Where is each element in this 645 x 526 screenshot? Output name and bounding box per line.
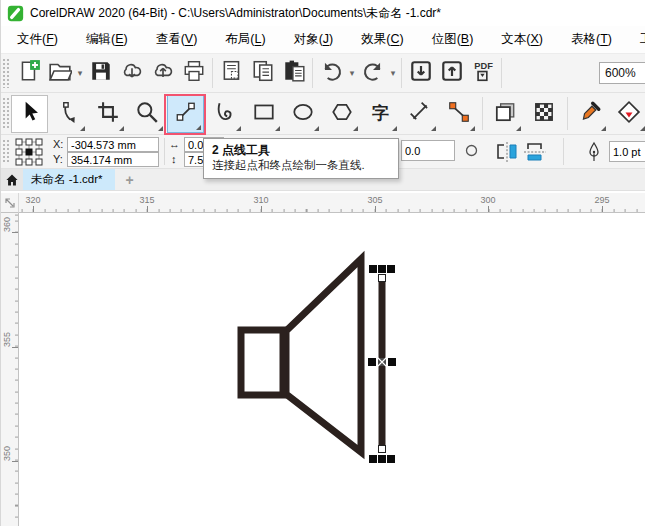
handle-bottom-left[interactable] xyxy=(369,455,377,463)
object-center-marker[interactable] xyxy=(378,358,386,366)
object-origin-selector[interactable] xyxy=(15,138,43,166)
menu-o[interactable]: 工具(O) xyxy=(626,26,645,53)
publish-to-pdf-button[interactable]: PDF xyxy=(467,58,498,89)
copy-icon xyxy=(251,59,275,87)
interactive-fill-tool[interactable] xyxy=(610,95,645,133)
coreldraw-logo-icon xyxy=(7,5,24,22)
zoom-tool[interactable] xyxy=(128,95,165,133)
crop-tool-icon xyxy=(96,100,120,128)
menu-v[interactable]: 查看(V) xyxy=(142,26,212,53)
menu-j[interactable]: 对象(J) xyxy=(280,26,348,53)
interactive-fill-tool-icon xyxy=(617,100,641,128)
connector-tool[interactable] xyxy=(440,95,477,133)
standard-toolbar: ▾▾▾PDF 600% xyxy=(1,54,645,93)
open-button[interactable] xyxy=(44,58,75,89)
drawing-canvas[interactable] xyxy=(19,213,645,526)
crop-tool[interactable] xyxy=(89,95,126,133)
x-position-field[interactable] xyxy=(67,137,159,152)
export-button[interactable] xyxy=(436,58,467,89)
speaker-horn-shape[interactable] xyxy=(286,259,361,452)
mirror-horizontal-button[interactable] xyxy=(495,141,519,163)
speaker-drawing[interactable] xyxy=(241,259,361,452)
horizontal-ruler-ticks xyxy=(19,209,645,212)
handle-top-left[interactable] xyxy=(369,265,377,273)
toolbox-grip[interactable] xyxy=(2,97,10,130)
handle-middle-right[interactable] xyxy=(388,358,396,366)
handle-middle-left[interactable] xyxy=(368,358,376,366)
new-document-button[interactable] xyxy=(13,58,44,89)
ruler-origin-corner[interactable] xyxy=(1,193,19,213)
y-position-field[interactable] xyxy=(67,152,159,167)
import-button[interactable] xyxy=(405,58,436,89)
pick-tool-icon xyxy=(18,100,42,128)
outline-width-field[interactable] xyxy=(609,141,645,162)
save-button[interactable] xyxy=(85,58,116,89)
undo-button[interactable] xyxy=(316,58,347,89)
new-document-tab-button[interactable]: + xyxy=(115,169,145,190)
v-ruler-number: 355 xyxy=(1,332,11,347)
line-start-node[interactable] xyxy=(379,275,386,282)
pick-tool[interactable] xyxy=(11,95,48,133)
open-button-dropdown[interactable]: ▾ xyxy=(75,68,85,78)
h-ruler-major-tick xyxy=(602,206,603,212)
polygon-tool-icon xyxy=(330,100,354,128)
line-end-node[interactable] xyxy=(379,446,386,453)
redo-button[interactable] xyxy=(357,58,388,89)
print-button[interactable] xyxy=(178,58,209,89)
cloud-save-icon xyxy=(151,59,175,87)
tool-tooltip: 2 点线工具 连接起点和终点绘制一条直线. xyxy=(203,138,399,179)
dimension-tool[interactable] xyxy=(401,95,438,133)
menu-x[interactable]: 文本(X) xyxy=(487,26,557,53)
menu-bar: 文件(F)编辑(E)查看(V)布局(L)对象(J)效果(C)位图(B)文本(X)… xyxy=(1,26,645,54)
handle-bottom-center[interactable] xyxy=(378,455,386,463)
drop-shadow-tool[interactable] xyxy=(486,95,523,133)
curve-tool[interactable] xyxy=(206,95,243,133)
toolbar-divider xyxy=(401,58,402,88)
curve-tool-icon xyxy=(213,100,237,128)
color-eyedropper-tool[interactable] xyxy=(571,95,608,133)
open-from-cloud-button[interactable] xyxy=(116,58,147,89)
h-ruler-number: 295 xyxy=(594,195,609,205)
paste-icon xyxy=(282,59,306,87)
polygon-tool[interactable] xyxy=(323,95,360,133)
menu-l[interactable]: 布局(L) xyxy=(211,26,279,53)
ellipse-tool-icon xyxy=(291,100,315,128)
connector-tool-icon xyxy=(447,100,471,128)
rotation-angle-field[interactable] xyxy=(401,140,455,161)
horizontal-ruler[interactable]: 320315310305300295 xyxy=(19,193,645,213)
handle-bottom-right[interactable] xyxy=(387,455,395,463)
home-button[interactable] xyxy=(1,169,23,190)
toolbar-grip[interactable] xyxy=(2,58,10,88)
handle-top-center[interactable] xyxy=(378,265,386,273)
vertical-ruler[interactable]: 360355350 xyxy=(1,213,19,526)
zoom-level-combo[interactable]: 600% xyxy=(599,62,645,84)
paste-button[interactable] xyxy=(278,58,309,89)
copy-button[interactable] xyxy=(247,58,278,89)
menu-f[interactable]: 文件(F) xyxy=(3,26,72,53)
speaker-box-shape[interactable] xyxy=(241,330,283,395)
zoom-level-value: 600% xyxy=(605,66,636,80)
rectangle-tool[interactable] xyxy=(245,95,282,133)
toolbox: 字 xyxy=(1,93,645,135)
transparency-tool[interactable] xyxy=(525,95,562,133)
eyedropper-tool-icon xyxy=(578,100,602,128)
mirror-vertical-button[interactable] xyxy=(523,141,547,163)
tooltip-description: 连接起点和终点绘制一条直线. xyxy=(212,158,390,173)
property-bar-grip[interactable] xyxy=(2,139,10,164)
menu-c[interactable]: 效果(C) xyxy=(347,26,417,53)
save-to-cloud-button[interactable] xyxy=(147,58,178,89)
menu-t[interactable]: 表格(T) xyxy=(557,26,626,53)
pdf-icon: PDF xyxy=(471,59,495,87)
handle-top-right[interactable] xyxy=(387,265,395,273)
text-tool[interactable]: 字 xyxy=(362,95,399,133)
menu-e[interactable]: 编辑(E) xyxy=(72,26,142,53)
undo-button-dropdown[interactable]: ▾ xyxy=(347,68,357,78)
ellipse-tool[interactable] xyxy=(284,95,321,133)
window-title: CorelDRAW 2020 (64-Bit) - C:\Users\Admin… xyxy=(30,5,441,22)
shape-tool[interactable] xyxy=(50,95,87,133)
document-tab-active[interactable]: 未命名 -1.cdr* xyxy=(23,169,115,190)
cut-button[interactable] xyxy=(216,58,247,89)
menu-b[interactable]: 位图(B) xyxy=(418,26,488,53)
redo-button-dropdown[interactable]: ▾ xyxy=(388,68,398,78)
two-point-line-tool[interactable] xyxy=(167,95,204,133)
